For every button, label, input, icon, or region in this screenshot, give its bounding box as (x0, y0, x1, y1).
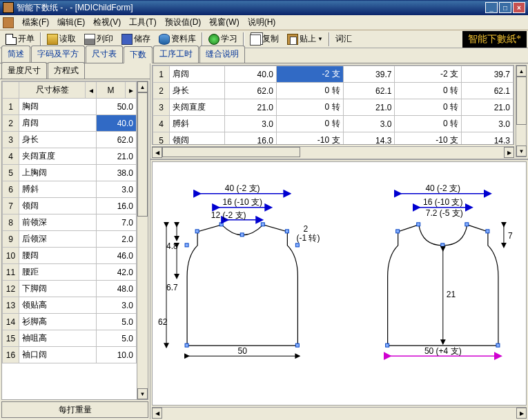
menu-preset[interactable]: 预设值(D) (161, 15, 206, 30)
table-row[interactable]: 8前领深7.0 (3, 214, 137, 231)
scroll-down-icon[interactable]: ▼ (137, 388, 148, 399)
scroll-up-icon[interactable]: ▲ (137, 81, 148, 92)
svg-rect-25 (417, 223, 420, 226)
scroll-right-icon[interactable]: ▶ (516, 408, 527, 419)
svg-rect-30 (496, 343, 500, 347)
open-icon (47, 34, 58, 45)
save-icon (121, 34, 133, 45)
subtab-formula[interactable]: 方程式 (48, 62, 85, 79)
study-button[interactable]: 学习 (205, 32, 241, 47)
svg-rect-1 (219, 223, 223, 226)
scroll-right-icon[interactable]: ▶ (504, 147, 514, 158)
pattern-diagram[interactable]: 40 (-2 支) 16 (-10 支) 12 (-2 支) 2(-1 转) 4… (152, 161, 527, 406)
hscrollbar[interactable]: ◀ ▶ (152, 146, 514, 157)
svg-text:16 (-10 支): 16 (-10 支) (423, 197, 462, 207)
scroll-left-icon[interactable]: ◀ (152, 408, 162, 419)
table-row[interactable]: 1胸阔50.0 (3, 99, 137, 115)
svg-text:7: 7 (508, 231, 513, 241)
menubar: 檔案(F) 编辑(E) 检视(V) 工具(T) 预设值(D) 视窗(W) 说明(… (0, 15, 528, 30)
tab-4[interactable]: 工序工时 (153, 46, 199, 63)
table-row[interactable]: 1肩阔40.0-2 支39.7-2 支39.7 (153, 66, 514, 83)
table-row[interactable]: 11腰距42.0 (3, 264, 137, 281)
window-title: 智能下数纸 - . - [MDIChildForm] (17, 2, 484, 14)
tab-5[interactable]: 缝合说明 (199, 46, 245, 63)
paste-button[interactable]: 贴上▼ (284, 32, 326, 47)
maximize-button[interactable]: □ (499, 2, 511, 13)
scroll-left-icon[interactable]: ◀ (152, 147, 162, 158)
chevron-left-icon[interactable]: ◂ (86, 82, 97, 99)
svg-text:50: 50 (238, 346, 248, 356)
svg-rect-8 (295, 243, 299, 247)
scroll-thumb[interactable] (162, 147, 300, 157)
svg-rect-27 (465, 223, 469, 226)
right-panel: 1肩阔40.0-2 支39.7-2 支39.72身长62.00 转62.10 转… (150, 63, 528, 419)
subtab-dims[interactable]: 量度尺寸 (1, 62, 47, 79)
table-row[interactable]: 2肩阔40.0 (3, 115, 137, 132)
svg-text:16 (-10 支): 16 (-10 支) (223, 197, 262, 207)
table-row[interactable]: 14衫脚高5.0 (3, 314, 137, 330)
scroll-up-icon[interactable]: ▲ (516, 66, 527, 77)
tab-2[interactable]: 尺寸表 (86, 46, 123, 63)
table-row[interactable]: 12下脚阔48.0 (3, 281, 137, 297)
table-row[interactable]: 10腰阔46.0 (3, 248, 137, 264)
read-button[interactable]: 读取 (43, 32, 79, 47)
table-row[interactable]: 5上胸阔38.0 (3, 165, 137, 181)
table-row[interactable]: 7领阔16.0 (3, 198, 137, 214)
svg-text:21: 21 (447, 290, 456, 299)
scroll-down-icon[interactable]: ▼ (516, 146, 527, 157)
menu-window[interactable]: 视窗(W) (205, 15, 243, 30)
table-row[interactable]: 15袖咀高5.0 (3, 330, 137, 347)
menu-file[interactable]: 檔案(F) (18, 15, 53, 30)
svg-text:62: 62 (158, 317, 168, 327)
table-row[interactable]: 4夹阔直度21.0 (3, 148, 137, 165)
svg-text:2: 2 (303, 224, 308, 234)
dims-grid[interactable]: 尺寸标签◂M▸ 1胸阔50.02肩阔40.03身长62.04夹阔直度21.05上… (1, 81, 148, 400)
paste-icon (287, 34, 298, 45)
svg-rect-3 (261, 223, 264, 226)
chevron-right-icon[interactable]: ▸ (126, 82, 137, 99)
vocab-button[interactable]: 词汇 (332, 32, 355, 47)
menu-tool[interactable]: 工具(T) (125, 15, 160, 30)
db-button[interactable]: 资料库 (155, 32, 199, 47)
table-row[interactable]: 13领贴高3.0 (3, 297, 137, 314)
svg-text:6.7: 6.7 (166, 283, 178, 292)
new-button[interactable]: 开单 (2, 32, 38, 47)
print-icon (84, 34, 95, 45)
left-panel: 量度尺寸 方程式 尺寸标签◂M▸ 1胸阔50.02肩阔40.03身长62.04夹… (0, 63, 150, 419)
close-button[interactable]: × (513, 2, 525, 13)
vscrollbar[interactable]: ▲ ▼ (137, 81, 148, 399)
tab-3[interactable]: 下数 (124, 46, 153, 63)
table-row[interactable]: 3夹阔直度21.00 转21.00 转21.0 (153, 99, 514, 116)
save-button[interactable]: 储存 (118, 32, 154, 47)
svg-text:(-1 转): (-1 转) (296, 233, 320, 243)
check-icon (208, 34, 219, 45)
menu-view[interactable]: 检视(V) (89, 15, 125, 30)
minimize-button[interactable]: _ (485, 2, 498, 13)
top-grid[interactable]: 1肩阔40.0-2 支39.7-2 支39.72身长62.00 转62.10 转… (152, 65, 514, 145)
table-row[interactable]: 2身长62.00 转62.10 转62.1 (153, 83, 514, 99)
top-vscroll[interactable]: ▲ ▼ (516, 65, 527, 157)
chevron-down-icon: ▼ (317, 36, 323, 42)
tab-1[interactable]: 字码及平方 (31, 46, 85, 63)
table-row[interactable]: 6膊斜3.0 (3, 181, 137, 198)
scroll-thumb[interactable] (137, 92, 148, 217)
table-row[interactable]: 5领阔16.0-10 支14.3-10 支14.3 (153, 132, 514, 146)
menu-edit[interactable]: 编辑(E) (53, 15, 89, 30)
copy-button[interactable]: 复制 (246, 32, 282, 47)
menu-help[interactable]: 说明(H) (244, 15, 280, 30)
diagram-hscroll[interactable]: ◀ ▶ (152, 407, 527, 418)
table-row[interactable]: 4膊斜3.00 转3.00 转3.0 (153, 116, 514, 132)
dim-shoulder: 40 (-2 支) (225, 183, 260, 193)
table-row[interactable]: 9后领深2.0 (3, 231, 137, 248)
brand-label: 智能下數紙* (462, 31, 527, 48)
table-row[interactable]: 16袖口阔10.0 (3, 347, 137, 363)
print-button[interactable]: 列印 (81, 32, 117, 47)
svg-rect-2 (240, 233, 244, 237)
tab-0[interactable]: 简述 (1, 46, 30, 63)
svg-rect-7 (185, 243, 188, 247)
svg-rect-26 (441, 243, 444, 247)
weight-button[interactable]: 每打重量 (1, 401, 148, 418)
svg-text:40 (-2 支): 40 (-2 支) (425, 183, 460, 193)
scroll-thumb[interactable] (516, 77, 527, 125)
table-row[interactable]: 3身长62.0 (3, 132, 137, 148)
